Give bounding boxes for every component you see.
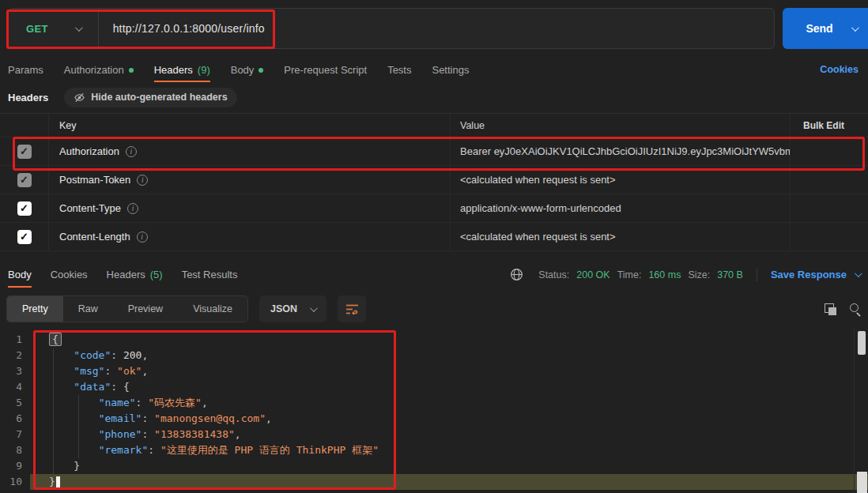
response-tab-headers-count: (5)	[150, 269, 163, 280]
header-key: Authorization	[59, 145, 119, 157]
response-tab-headers-label: Headers	[107, 269, 145, 280]
row-spacer-cell	[791, 137, 868, 165]
tab-tests-label: Tests	[387, 64, 411, 76]
horizontal-scrollbar-thumb[interactable]	[857, 472, 867, 493]
code-line: 7 "phone": "13838381438",	[0, 427, 868, 442]
row-spacer-cell	[791, 194, 868, 222]
code-line: 8 "remark": "这里使用的是 PHP 语言的 ThinkPHP 框架"	[0, 442, 868, 458]
tab-prerequest-script[interactable]: Pre-request Script	[284, 57, 367, 82]
response-tab-test-results[interactable]: Test Results	[182, 262, 238, 288]
tab-body[interactable]: Body	[231, 57, 264, 82]
key-cell[interactable]: Content-Typei	[49, 194, 451, 222]
response-tab-body[interactable]: Body	[8, 262, 32, 288]
bulk-edit-button[interactable]: Bulk Edit	[791, 114, 868, 137]
method-selector[interactable]: GET	[9, 23, 98, 35]
code-text: "data": {	[30, 379, 868, 395]
view-tab-pretty[interactable]: Pretty	[7, 296, 63, 322]
value-cell[interactable]: application/x-www-form-urlencoded	[451, 194, 791, 222]
hide-button-label: Hide auto-generated headers	[91, 92, 227, 103]
vertical-scrollbar-thumb[interactable]	[858, 331, 866, 355]
code-line: 6 "email": "manongsen@qq.com",	[0, 411, 868, 427]
info-icon[interactable]: i	[137, 175, 148, 186]
code-line: 3 "msg": "ok",	[0, 363, 868, 379]
tab-params-label: Params	[8, 64, 43, 76]
send-chevron-down-icon[interactable]	[851, 24, 859, 32]
key-cell[interactable]: Authorizationi	[49, 137, 451, 165]
size-value: 370 B	[717, 269, 743, 280]
save-response-label: Save Response	[771, 269, 847, 280]
response-tab-test-results-label: Test Results	[182, 269, 238, 280]
code-text: }	[30, 458, 868, 474]
wrap-text-button[interactable]	[338, 295, 366, 322]
value-cell[interactable]: <calculated when request is sent>	[451, 223, 791, 250]
cookies-link[interactable]: Cookies	[820, 57, 859, 82]
scrollbar-track	[854, 328, 855, 493]
status-label: Status:	[538, 269, 569, 280]
tab-params[interactable]: Params	[8, 57, 43, 82]
line-number: 7	[0, 427, 30, 442]
response-tab-cookies[interactable]: Cookies	[51, 262, 88, 288]
line-number: 1	[0, 332, 30, 348]
line-number: 4	[0, 379, 30, 395]
tab-settings-label: Settings	[432, 64, 469, 76]
view-mode-switcher: Pretty Raw Preview Visualize	[6, 295, 248, 322]
green-dot-icon	[259, 68, 263, 73]
postman-window: GET http://127.0.0.1:8000/user/info Send…	[0, 0, 868, 493]
search-button[interactable]	[849, 303, 862, 315]
hide-auto-generated-headers-button[interactable]: Hide auto-generated headers	[64, 88, 236, 107]
row-checkbox[interactable]: ✓	[17, 201, 32, 216]
send-button[interactable]: Send	[783, 8, 868, 49]
response-tab-headers[interactable]: Headers(5)	[107, 262, 163, 288]
key-column-header: Key	[49, 114, 451, 137]
save-response-button[interactable]: Save Response	[771, 269, 860, 280]
view-tab-visualize[interactable]: Visualize	[178, 296, 247, 322]
checkbox-cell: ✓	[0, 223, 49, 250]
copy-icon	[825, 303, 836, 315]
header-row: ✓Content-Lengthi<calculated when request…	[0, 223, 868, 251]
row-checkbox[interactable]: ✓	[17, 230, 32, 244]
globe-icon[interactable]	[510, 268, 523, 281]
code-text: "msg": "ok",	[30, 363, 868, 379]
tab-headers[interactable]: Headers(9)	[154, 57, 210, 82]
view-tab-raw[interactable]: Raw	[63, 296, 113, 322]
row-spacer-cell	[791, 223, 868, 250]
url-input[interactable]: http://127.0.0.1:8000/user/info	[99, 22, 774, 35]
chevron-down-icon	[310, 304, 318, 312]
tab-tests[interactable]: Tests	[387, 57, 411, 82]
view-tab-preview[interactable]: Preview	[113, 296, 178, 322]
response-meta: Status: 200 OK Time: 160 ms Size: 370 B …	[510, 261, 860, 288]
request-url-bar: GET http://127.0.0.1:8000/user/info Send	[8, 8, 868, 49]
info-icon[interactable]: i	[137, 231, 148, 243]
code-text: "remark": "这里使用的是 PHP 语言的 ThinkPHP 框架"	[30, 442, 868, 458]
header-row: ✓Content-Typeiapplication/x-www-form-url…	[0, 194, 868, 223]
headers-title: Headers	[8, 92, 48, 103]
info-icon[interactable]: i	[126, 146, 137, 157]
key-cell[interactable]: Postman-Tokeni	[49, 166, 451, 194]
header-key: Postman-Token	[59, 174, 130, 186]
green-dot-icon	[129, 68, 134, 73]
format-dropdown[interactable]: JSON	[259, 295, 326, 322]
response-toolbar: Pretty Raw Preview Visualize JSON	[6, 295, 862, 323]
tab-settings[interactable]: Settings	[432, 57, 469, 82]
checkbox-column-header	[0, 114, 49, 137]
value-cell[interactable]: Bearer eyJ0eXAiOiJKV1QiLCJhbGciOiJIUzI1N…	[451, 137, 791, 165]
line-number: 2	[0, 348, 30, 363]
key-cell[interactable]: Content-Lengthi	[49, 223, 451, 250]
format-dropdown-value: JSON	[270, 303, 297, 314]
row-checkbox[interactable]: ✓	[17, 145, 32, 159]
headers-subheader: Headers Hide auto-generated headers	[0, 85, 868, 109]
copy-button[interactable]	[825, 303, 836, 315]
tab-authorization[interactable]: Authorization	[64, 57, 134, 82]
row-checkbox[interactable]: ✓	[17, 173, 32, 187]
wrap-text-icon	[345, 303, 359, 315]
code-line: 1{	[0, 332, 868, 348]
code-line: 9 }	[0, 458, 868, 474]
response-body-editor: 1{2 "code": 200,3 "msg": "ok",4 "data": …	[0, 328, 868, 493]
info-icon[interactable]: i	[127, 203, 138, 214]
send-button-label: Send	[783, 22, 851, 35]
code-text: "phone": "13838381438",	[30, 427, 868, 442]
checkbox-cell: ✓	[0, 194, 49, 222]
tab-prerequest-label: Pre-request Script	[284, 64, 367, 76]
value-cell[interactable]: <calculated when request is sent>	[451, 166, 791, 194]
line-number: 5	[0, 395, 30, 411]
